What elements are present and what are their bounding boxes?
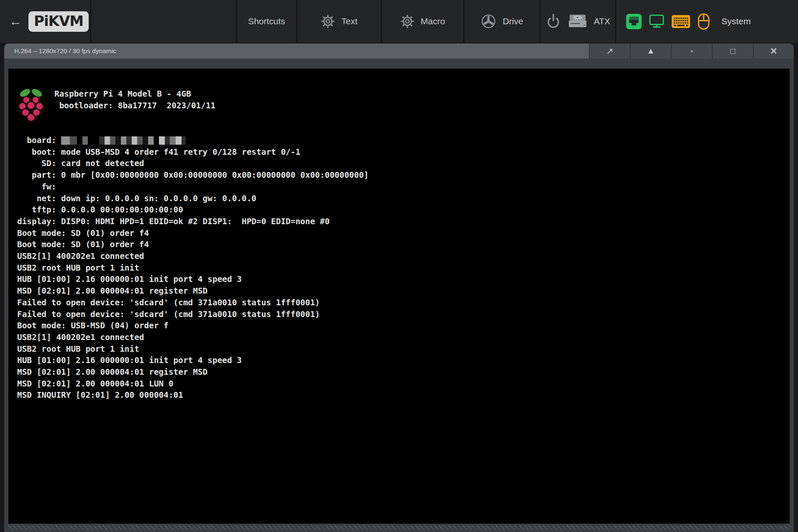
nav-item-shortcuts[interactable]: Shortcuts — [237, 0, 297, 43]
boot-log-lines: Boot mode: SD (01) order f4 Boot mode: S… — [17, 228, 790, 402]
macro-label: Macro — [421, 16, 445, 26]
stream-record-button[interactable]: ● — [671, 43, 712, 59]
power-icon — [545, 13, 561, 29]
nav-item-text[interactable]: Text — [297, 0, 382, 43]
expand-icon: ↗ — [606, 46, 614, 56]
window-resize-stripes[interactable] — [8, 525, 790, 530]
boot-info-block: board: boot: mode USB-MSD 4 order f41 re… — [17, 135, 790, 228]
video-screen[interactable]: Raspberry Pi 4 Model B - 4GB bootloader:… — [8, 69, 790, 524]
board-model-line: Raspberry Pi 4 Model B - 4GB — [54, 88, 215, 100]
atx-case-icon — [568, 14, 588, 29]
back-button[interactable]: ← — [9, 15, 22, 28]
window-square-icon: □ — [730, 46, 735, 56]
gear-icon — [321, 14, 335, 28]
redacted-serial-block — [61, 136, 77, 145]
stream-windowed-button[interactable]: □ — [712, 43, 753, 59]
redacted-serial-block — [99, 136, 154, 145]
atx-label: ATX — [594, 16, 610, 26]
bootloader-version-line: bootloader: 8ba17717 2023/01/11 — [54, 100, 215, 112]
text-label: Text — [341, 16, 358, 26]
pikvm-logo[interactable]: PiKVM — [28, 11, 89, 32]
record-dot-icon: ● — [690, 48, 693, 54]
nav-spacer — [91, 0, 237, 43]
stream-fullscreen-button[interactable]: ▲ — [630, 43, 671, 59]
redacted-serial-block — [82, 136, 88, 145]
gear-icon — [400, 14, 414, 28]
raspberry-pi-logo — [17, 87, 45, 123]
fullscreen-triangle-icon: ▲ — [647, 46, 655, 56]
nav-item-drive[interactable]: Drive — [464, 0, 540, 43]
stream-window: Raspberry Pi 4 Model B - 4GB bootloader:… — [4, 59, 794, 532]
board-serial-line: board: — [17, 135, 790, 146]
drive-label: Drive — [503, 16, 523, 26]
stream-close-button[interactable]: × — [753, 43, 794, 59]
close-icon: × — [770, 46, 777, 57]
drive-disc-icon — [481, 13, 496, 29]
nav-section-system: System — [616, 0, 798, 43]
keyboard-status-icon[interactable] — [672, 15, 690, 28]
nav-item-atx[interactable]: ATX — [540, 0, 616, 43]
bootloader-terminal: Raspberry Pi 4 Model B - 4GB bootloader:… — [8, 69, 790, 524]
system-label[interactable]: System — [721, 16, 751, 26]
shortcuts-label: Shortcuts — [248, 16, 285, 26]
pikvm-app: ← PiKVM Shortcuts Text — [0, 0, 798, 532]
ethernet-status-icon[interactable] — [626, 14, 642, 29]
nav-item-macro[interactable]: Macro — [382, 0, 464, 43]
stream-window-titlebar: H.264 – 1280x720 / 30 fps dynamic ↗ ▲ ● … — [4, 43, 794, 59]
redacted-serial-block — [159, 136, 186, 145]
board-label: board: — [17, 135, 61, 146]
nav-home: ← PiKVM — [0, 0, 91, 43]
boot-header: Raspberry Pi 4 Model B - 4GB bootloader:… — [17, 87, 790, 123]
stream-expand-button[interactable]: ↗ — [589, 43, 630, 59]
top-nav: ← PiKVM Shortcuts Text — [0, 0, 798, 43]
stream-info-text[interactable]: H.264 – 1280x720 / 30 fps dynamic — [4, 43, 589, 59]
boot-info-lines: boot: mode USB-MSD 4 order f41 retry 0/1… — [17, 146, 790, 228]
mouse-status-icon[interactable] — [697, 13, 710, 30]
monitor-status-icon[interactable] — [649, 14, 665, 29]
